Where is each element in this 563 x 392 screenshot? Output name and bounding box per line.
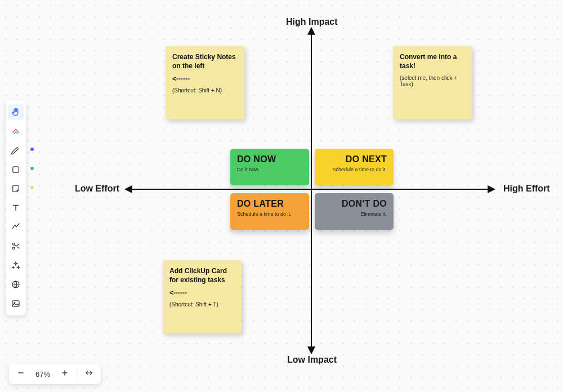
sticky-note[interactable]: Create Sticky Notes on the left <------ … bbox=[166, 46, 244, 119]
axis-label-top: High Impact bbox=[286, 17, 338, 27]
shape-tool[interactable] bbox=[8, 162, 24, 177]
sticky-note-tool[interactable] bbox=[8, 181, 24, 197]
image-icon bbox=[11, 299, 21, 309]
square-icon bbox=[11, 164, 21, 175]
sparkle-icon bbox=[11, 260, 21, 270]
text-icon bbox=[11, 203, 21, 213]
block-dont-do[interactable]: DON'T DO Eliminate it. bbox=[315, 193, 394, 230]
magic-tool[interactable] bbox=[8, 257, 24, 273]
sticky-title: Add ClickUp Card for existing tasks bbox=[169, 267, 235, 284]
minus-icon bbox=[16, 368, 25, 380]
sticky-arrow: <------ bbox=[169, 289, 235, 297]
plus-icon bbox=[60, 368, 69, 380]
sticky-title: Create Sticky Notes on the left bbox=[172, 53, 238, 70]
left-toolbar bbox=[6, 100, 26, 315]
sticky-sub: (Shortcut: Shift + N) bbox=[172, 87, 238, 93]
sticky-arrow: <------ bbox=[172, 75, 238, 83]
shape-color-dot bbox=[30, 167, 34, 170]
svg-point-7 bbox=[14, 302, 15, 303]
connector-tool[interactable] bbox=[8, 219, 24, 235]
sticky-note-icon bbox=[11, 184, 21, 194]
zoom-separator bbox=[77, 368, 77, 380]
block-title: DON'T DO bbox=[342, 199, 387, 209]
sticky-sub: (select me, then click + Task) bbox=[400, 75, 465, 87]
zoom-bar: 67% bbox=[9, 364, 101, 384]
globe-icon bbox=[11, 279, 21, 289]
zoom-level[interactable]: 67% bbox=[32, 370, 54, 378]
block-title: DO LATER bbox=[237, 199, 302, 209]
block-subtitle: Schedule a time to do it. bbox=[332, 167, 387, 172]
hand-icon bbox=[11, 107, 21, 117]
sticky-sub: (Shortcut: Shift + T) bbox=[169, 301, 235, 308]
pen-tool[interactable] bbox=[8, 142, 24, 158]
zoom-in-button[interactable] bbox=[56, 366, 73, 382]
pen-icon bbox=[11, 145, 21, 155]
block-subtitle: Eliminate it. bbox=[360, 211, 387, 217]
sticky-note[interactable]: Add ClickUp Card for existing tasks <---… bbox=[163, 260, 242, 333]
clickup-tool[interactable] bbox=[8, 123, 24, 139]
fit-icon bbox=[84, 368, 93, 380]
sticky-note[interactable]: Convert me into a task! (select me, then… bbox=[393, 46, 472, 119]
web-tool[interactable] bbox=[8, 277, 24, 292]
block-do-now[interactable]: DO NOW Do it now. bbox=[230, 149, 309, 185]
hand-tool[interactable] bbox=[8, 104, 24, 120]
sticky-color-dot bbox=[30, 186, 34, 189]
connector-icon bbox=[11, 222, 21, 232]
text-tool[interactable] bbox=[8, 200, 24, 216]
axis-label-right: High Effort bbox=[503, 184, 550, 194]
pen-color-dot bbox=[30, 148, 34, 151]
clickup-icon bbox=[11, 126, 21, 136]
fit-to-screen-button[interactable] bbox=[81, 366, 97, 382]
block-do-next[interactable]: DO NEXT Schedule a time to do it. bbox=[315, 149, 394, 185]
svg-rect-6 bbox=[12, 301, 19, 307]
scissors-icon bbox=[11, 241, 21, 251]
block-do-later[interactable]: DO LATER Schedule a time to do it. bbox=[230, 193, 309, 230]
scissors-tool[interactable] bbox=[8, 238, 24, 254]
axis-label-bottom: Low Impact bbox=[287, 355, 337, 365]
block-title: DO NEXT bbox=[346, 154, 387, 164]
svg-rect-2 bbox=[13, 167, 19, 173]
zoom-out-button[interactable] bbox=[12, 366, 29, 382]
block-title: DO NOW bbox=[237, 154, 302, 164]
axis-label-left: Low Effort bbox=[75, 184, 119, 194]
block-subtitle: Do it now. bbox=[237, 167, 302, 172]
block-subtitle: Schedule a time to do it. bbox=[237, 211, 302, 217]
sticky-title: Convert me into a task! bbox=[400, 53, 465, 70]
image-tool[interactable] bbox=[8, 296, 24, 311]
